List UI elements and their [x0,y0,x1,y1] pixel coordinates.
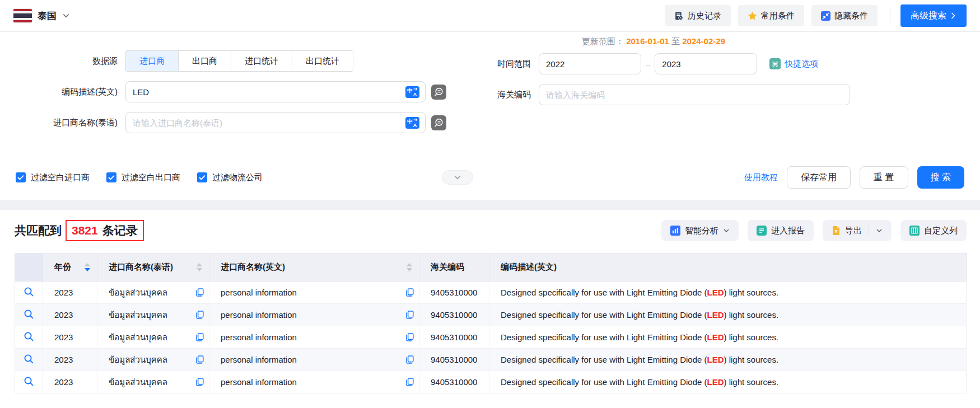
enter-report-button[interactable]: 进入报告 [748,220,814,241]
count-highlight-box: 3821 条记录 [66,220,144,241]
smart-analysis-button[interactable]: 智能分析 [661,220,739,241]
copy-icon[interactable] [405,377,414,387]
quick-options-link[interactable]: ⌘ 快捷选项 [769,58,818,69]
year-start-input[interactable] [546,59,657,69]
highlighted-keyword: LED [707,377,724,387]
fuzzy-search-icon[interactable] [431,85,446,100]
copy-icon[interactable] [405,288,414,297]
header-hs-code: 海关编码 [419,254,489,282]
highlighted-keyword: LED [707,310,724,320]
translate-icon[interactable]: 中A [405,117,419,129]
hs-code-row: 海关编码 [489,84,967,105]
highlighted-keyword: LED [707,332,724,342]
view-detail-magnifier-icon[interactable] [24,287,34,297]
checkbox-filter-blank-exporter[interactable]: 过滤空白出口商 [106,172,180,183]
star-icon [748,11,757,21]
command-icon: ⌘ [769,58,781,69]
update-range: 更新范围： 2016-01-01 至 2024-02-29 [582,36,967,49]
columns-icon [909,226,920,236]
data-source-row: 数据源 进口商 出口商 进口统计 出口统计 [13,50,489,72]
importer-thai-cell: ข้อมูลส่วนบุคคล [97,371,209,393]
highlighted-keyword: LED [707,355,724,364]
code-desc-cell: Designed specifically for use with Light… [489,349,967,371]
checkbox-filter-logistics[interactable]: 过滤物流公司 [197,172,263,183]
row-detail-cell [15,326,43,349]
checkbox-filter-blank-importer[interactable]: 过滤空白进口商 [16,172,90,183]
copy-icon[interactable] [195,288,204,297]
view-detail-magnifier-icon[interactable] [24,376,34,387]
chevron-down-icon [62,12,70,20]
hs-code-inputbox [539,84,850,105]
customize-columns-button[interactable]: 自定义列 [900,220,967,241]
tab-exporter[interactable]: 出口商 [178,51,231,71]
thailand-flag-icon [13,9,32,22]
analysis-icon [670,226,680,236]
topbar: 泰国 历史记录 常用条件 隐藏条件 高级搜索 [0,0,980,32]
header-importer-thai[interactable]: 进口商名称(泰语) [97,254,209,282]
copy-icon[interactable] [195,310,204,320]
summary-prefix: 共匹配到 [15,223,62,238]
header-importer-english[interactable]: 进口商名称(英文) [209,254,419,282]
hide-conditions-button[interactable]: 隐藏条件 [811,5,878,26]
importer-english-cell: personal information [209,349,419,371]
fuzzy-search-icon[interactable] [431,115,446,130]
tab-import-stats[interactable]: 进口统计 [231,51,292,71]
sort-icon[interactable] [407,263,412,271]
results-header: 共匹配到 3821 条记录 智能分析 进入报告 导出 [15,220,967,241]
time-range-label: 时间范围 [489,59,531,69]
code-desc-cell: Designed specifically for use with Light… [489,282,967,304]
collapse-panel-button[interactable] [442,170,473,185]
svg-text:中: 中 [407,118,413,124]
year-cell: 2023 [43,282,97,304]
tab-importer[interactable]: 进口商 [126,51,178,71]
save-favorite-button[interactable]: 保存常用 [787,166,851,189]
view-detail-magnifier-icon[interactable] [24,354,34,364]
code-desc-inputbox: 中A [125,81,426,102]
header-blank [15,254,43,282]
data-source-label: 数据源 [13,56,118,67]
copy-icon[interactable] [195,332,204,342]
importer-english-cell: personal information [209,326,419,349]
importer-thai-cell: ข้อมูลส่วนบุคคล [97,282,209,304]
translate-icon[interactable]: 中A [405,86,419,98]
country-selector[interactable]: 泰国 [13,9,70,22]
importer-name-input[interactable] [133,118,405,128]
topbar-actions: 历史记录 常用条件 隐藏条件 高级搜索 [657,4,967,27]
header-year[interactable]: 年份 [43,254,97,282]
copy-icon[interactable] [405,310,414,320]
sort-icon-year[interactable] [85,263,90,271]
year-end-input[interactable] [662,59,773,69]
copy-icon[interactable] [405,332,414,342]
view-detail-magnifier-icon[interactable] [24,309,34,320]
copy-icon[interactable] [195,355,204,364]
row-detail-cell [15,371,43,393]
sort-icon[interactable] [197,263,202,271]
history-button[interactable]: 历史记录 [665,5,731,26]
code-desc-cell: Designed specifically for use with Light… [489,371,967,393]
table-row: 2023 ข้อมูลส่วนบุคคล personal informatio… [15,371,967,393]
importer-english-cell: personal information [209,304,419,326]
filter-options-row: 过滤空白进口商 过滤空白出口商 过滤物流公司 使用教程 保存常用 重 置 搜 索 [13,164,967,189]
code-desc-input[interactable] [133,87,405,97]
advanced-search-button[interactable]: 高级搜索 [900,4,967,27]
reset-button[interactable]: 重 置 [860,166,908,189]
history-icon [674,11,684,21]
export-file-icon [832,226,841,236]
results-toolbar: 智能分析 进入报告 导出 自定义列 [661,220,967,241]
results-summary: 共匹配到 3821 条记录 [15,220,144,241]
chevron-down-icon[interactable] [876,227,883,234]
view-detail-magnifier-icon[interactable] [24,331,34,342]
search-button[interactable]: 搜 索 [917,166,964,189]
copy-icon[interactable] [195,377,204,387]
copy-icon[interactable] [405,355,414,364]
year-cell: 2023 [43,326,97,349]
chevron-down-icon [454,173,461,181]
export-button[interactable]: 导出 [823,220,892,241]
tab-export-stats[interactable]: 出口统计 [292,51,353,71]
tutorial-link[interactable]: 使用教程 [744,172,778,183]
collapse-icon [821,11,830,21]
importer-name-row: 进口商名称(泰语) 中A [13,112,489,133]
row-detail-cell [15,282,43,304]
hs-code-input[interactable] [546,90,844,100]
favorites-button[interactable]: 常用条件 [738,5,804,26]
